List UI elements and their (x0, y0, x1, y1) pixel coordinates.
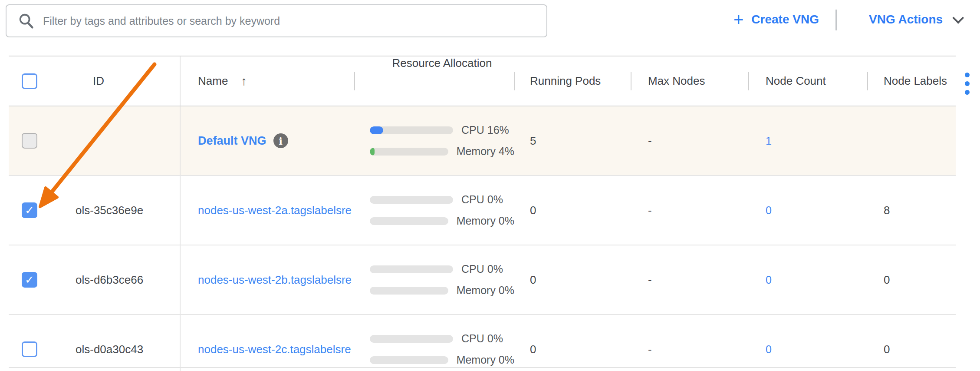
column-header-max-nodes[interactable]: Max Nodes (631, 56, 748, 106)
memory-usage-bar (370, 148, 448, 156)
max-nodes-value: - (631, 204, 748, 217)
row-checkbox[interactable] (22, 202, 37, 218)
column-header-node-count[interactable]: Node Count (748, 56, 867, 106)
node-labels-value: 0 (867, 273, 956, 287)
search-placeholder: Filter by tags and attributes or search … (43, 15, 280, 27)
node-count-link[interactable]: 1 (766, 135, 772, 147)
running-pods-value: 0 (514, 204, 631, 217)
node-count-link[interactable]: 0 (766, 274, 772, 286)
column-header-running-pods[interactable]: Running Pods (514, 56, 631, 106)
toolbar-divider (835, 10, 837, 30)
cpu-label: CPU 0% (461, 332, 503, 345)
vng-name-link[interactable]: nodes-us-west-2b.tagslabelsre (198, 273, 352, 287)
chevron-down-icon (952, 12, 964, 23)
node-labels-value: 0 (867, 343, 956, 356)
vng-actions-label: VNG Actions (869, 13, 943, 26)
vng-list-page: Filter by tags and attributes or search … (0, 0, 980, 371)
vng-id: ols-d0a30c43 (61, 343, 180, 356)
memory-label: Memory 4% (457, 145, 514, 158)
info-icon[interactable] (273, 133, 288, 148)
cpu-usage-bar (370, 265, 453, 273)
memory-usage-bar (370, 287, 448, 295)
table-header-row: ID Name ↑ Resource Allocation Running Po… (9, 56, 956, 106)
vng-name-link[interactable]: Default VNG (198, 134, 266, 148)
node-count-link[interactable]: 0 (766, 204, 772, 216)
cpu-label: CPU 0% (461, 193, 503, 206)
max-nodes-value: - (631, 134, 748, 148)
vng-id: ols-35c36e9e (61, 204, 180, 217)
table-row: ols-d6b3ce66 nodes-us-west-2b.tagslabels… (9, 245, 956, 315)
vng-name-link[interactable]: nodes-us-west-2a.tagslabelsre (198, 204, 352, 217)
running-pods-value: 0 (514, 343, 631, 356)
table-body: Default VNG CPU 16% Memory 4% 5 - 1 ols-… (9, 106, 956, 371)
vng-id: ols-d6b3ce66 (61, 273, 180, 287)
cpu-usage-bar (370, 196, 453, 204)
cpu-label: CPU 0% (461, 263, 503, 275)
row-checkbox[interactable] (22, 272, 37, 288)
memory-usage-bar (370, 356, 448, 364)
vng-actions-dropdown[interactable]: VNG Actions (869, 10, 960, 30)
column-header-resource-allocation[interactable]: Resource Allocation (354, 56, 514, 106)
cpu-label: CPU 16% (461, 124, 509, 136)
column-header-node-labels[interactable]: Node Labels (867, 56, 956, 106)
row-checkbox[interactable] (22, 341, 37, 357)
cpu-usage-bar (370, 126, 453, 134)
table-row: Default VNG CPU 16% Memory 4% 5 - 1 (9, 106, 956, 176)
search-icon (18, 13, 34, 29)
table-bottom-border (9, 367, 956, 368)
column-header-id[interactable]: ID (61, 56, 180, 106)
memory-label: Memory 0% (457, 284, 514, 297)
plus-icon: + (733, 11, 743, 28)
running-pods-value: 5 (514, 134, 631, 148)
search-input[interactable]: Filter by tags and attributes or search … (6, 4, 547, 37)
memory-usage-bar (370, 217, 448, 225)
running-pods-value: 0 (514, 273, 631, 287)
max-nodes-value: - (631, 273, 748, 287)
column-options-kebab-icon[interactable] (964, 72, 970, 96)
node-labels-value: 8 (867, 204, 956, 217)
select-all-checkbox[interactable] (22, 73, 37, 89)
create-vng-button[interactable]: + Create VNG (733, 10, 819, 30)
memory-label: Memory 0% (457, 215, 514, 227)
max-nodes-value: - (631, 343, 748, 356)
vng-table: ID Name ↑ Resource Allocation Running Po… (9, 56, 956, 371)
vng-name-link[interactable]: nodes-us-west-2c.tagslabelsre (198, 343, 351, 356)
cpu-usage-bar (370, 335, 453, 343)
table-row: ols-35c36e9e nodes-us-west-2a.tagslabels… (9, 176, 956, 245)
memory-bar-fill (370, 148, 375, 156)
create-vng-label: Create VNG (751, 13, 819, 26)
memory-label: Memory 0% (457, 354, 514, 366)
table-row: ols-d0a30c43 nodes-us-west-2c.tagslabels… (9, 315, 956, 371)
sort-ascending-icon: ↑ (241, 74, 247, 88)
row-checkbox[interactable] (22, 133, 37, 149)
column-header-name[interactable]: Name ↑ (180, 56, 354, 106)
node-count-link[interactable]: 0 (766, 343, 772, 355)
cpu-bar-fill (370, 126, 383, 134)
